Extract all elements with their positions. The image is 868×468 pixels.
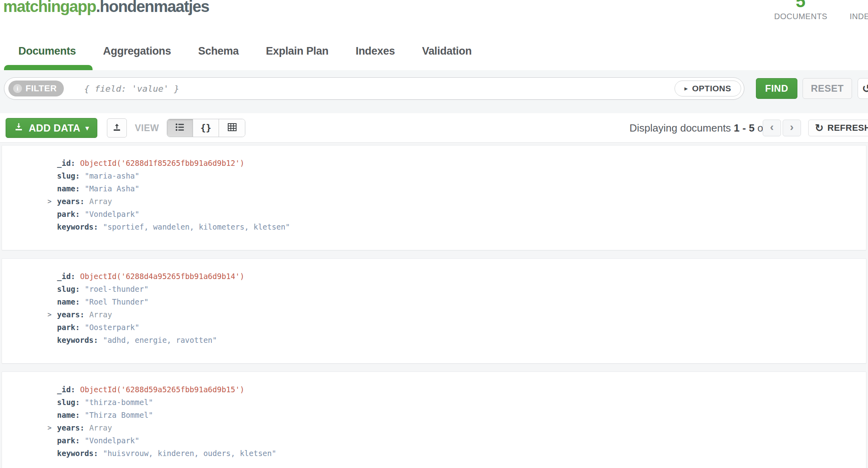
options-button-label: OPTIONS [692,84,731,93]
add-data-button[interactable]: ADD DATA ▾ [6,118,97,138]
add-data-label: ADD DATA [29,122,80,134]
next-page-button[interactable]: › [783,120,801,136]
field-value: "Vondelpark" [85,436,139,445]
chevron-down-icon: ▾ [85,124,89,132]
tab-indexes[interactable]: Indexes [355,45,395,57]
field-row: > years Array [2,195,866,208]
namespace-title: matchingapp.hondenmaatjes [3,0,209,16]
field-row: name "Maria Asha" [2,182,866,195]
tab-aggregations[interactable]: Aggregations [103,45,171,57]
query-bar: i FILTER ▸ OPTIONS FIND RESET ↺ [0,70,868,113]
find-button[interactable]: FIND [756,78,797,99]
collection-name: hondenmaatjes [100,0,209,15]
export-collection-button[interactable] [107,118,127,138]
field-row: _id ObjectId('6288d4a95265fbb91a6d9b14') [2,270,866,283]
document-card: _id ObjectId('6288d4a95265fbb91a6d9b14')… [2,258,866,364]
json-view-button[interactable]: {} [193,119,219,137]
field-key: keywords [57,449,98,458]
field-key: name [57,411,80,419]
field-value: "sportief, wandelen, kilometers, kletsen… [103,222,290,231]
field-row: keywords "adhd, energie, ravotten" [2,334,866,346]
compass-collection-view: matchingapp.hondenmaatjes 5 DOCUMENTS IN… [0,0,868,468]
field-row: _id ObjectId('6288d1f85265fbb91a6d9b12') [2,157,866,169]
refresh-button[interactable]: ↻ REFRESH [808,120,868,136]
field-key: _id [57,159,75,167]
filter-query-input[interactable] [84,79,659,98]
document-card: _id ObjectId('6288d1f85265fbb91a6d9b12')… [2,145,866,250]
table-view-icon [227,122,237,134]
tab-documents[interactable]: Documents [18,45,76,57]
field-value: "huisvrouw, kinderen, ouders, kletsen" [103,449,276,458]
pagination-status: Displaying documents 1 - 5 of 5 [629,113,775,143]
field-value: "roel-thunder" [85,285,148,293]
field-value: ObjectId('6288d4a95265fbb91a6d9b14') [80,272,245,281]
field-key: park [57,323,80,332]
field-value: "Thirza Bommel" [85,411,153,419]
field-key: years [57,310,85,319]
view-label: VIEW [135,113,159,143]
history-icon: ↺ [862,82,868,95]
field-row: keywords "sportief, wandelen, kilometers… [2,220,866,233]
field-row: slug "maria-asha" [2,169,866,182]
field-row: slug "thirza-bommel" [2,396,866,409]
field-key: slug [57,285,80,293]
field-row: park "Vondelpark" [2,208,866,220]
documents-stat-label: DOCUMENTS [770,12,832,21]
field-key: park [57,436,80,445]
json-braces-icon: {} [200,123,211,133]
field-value: "Vondelpark" [85,210,139,218]
field-key: park [57,210,80,218]
options-caret-icon: ▸ [685,85,688,92]
field-key: keywords [57,336,98,344]
filter-badge: i FILTER [8,81,64,96]
field-key: slug [57,398,80,407]
refresh-icon: ↻ [815,122,824,134]
list-view-button[interactable] [167,119,193,137]
filter-badge-label: FILTER [26,83,57,94]
tab-validation[interactable]: Validation [422,45,472,57]
field-value: Array [89,197,112,206]
field-value: "Oosterpark" [85,323,139,332]
field-row: name "Roel Thunder" [2,295,866,308]
options-button[interactable]: ▸ OPTIONS [675,81,741,96]
displaying-prefix: Displaying documents [629,122,731,134]
tab-explain-plan[interactable]: Explain Plan [266,45,329,57]
namespace-separator: . [96,0,100,15]
query-history-button[interactable]: ↺ [858,78,868,99]
filter-input-container: i FILTER ▸ OPTIONS [4,77,744,100]
field-key: years [57,197,85,206]
field-row: park "Oosterpark" [2,321,866,334]
displaying-range: 1 - 5 [734,122,755,134]
field-value: "maria-asha" [85,171,139,180]
upload-tray-icon [112,122,122,134]
field-row: park "Vondelpark" [2,434,866,447]
tab-bar: Documents Aggregations Schema Explain Pl… [0,37,868,70]
indexes-stat-label: INDEXES [850,12,868,21]
view-toggle-group: {} [167,119,245,137]
active-tab-underline [4,65,93,70]
database-name: matchingapp [3,0,96,15]
expand-array-caret-icon[interactable]: > [43,424,57,432]
field-key: _id [57,385,75,394]
document-list: _id ObjectId('6288d1f85265fbb91a6d9b12')… [0,143,868,468]
expand-array-caret-icon[interactable]: > [43,197,57,205]
previous-page-button[interactable]: ‹ [763,120,781,136]
collection-header: matchingapp.hondenmaatjes 5 DOCUMENTS IN… [0,0,868,37]
info-icon[interactable]: i [13,84,22,93]
field-key: slug [57,171,80,180]
expand-array-caret-icon[interactable]: > [43,311,57,319]
reset-button[interactable]: RESET [803,78,852,99]
list-view-icon [175,122,185,134]
field-value: ObjectId('6288d1f85265fbb91a6d9b12') [80,159,245,167]
documents-count: 5 [779,0,823,11]
field-row: name "Thirza Bommel" [2,409,866,421]
field-row: slug "roel-thunder" [2,283,866,295]
field-key: name [57,297,80,306]
field-value: "thirza-bommel" [85,398,153,407]
table-view-button[interactable] [219,119,245,137]
field-value: Array [89,310,112,319]
field-value: "Roel Thunder" [85,297,148,306]
field-value: Array [89,423,112,432]
tab-schema[interactable]: Schema [198,45,239,57]
field-row: keywords "huisvrouw, kinderen, ouders, k… [2,447,866,460]
